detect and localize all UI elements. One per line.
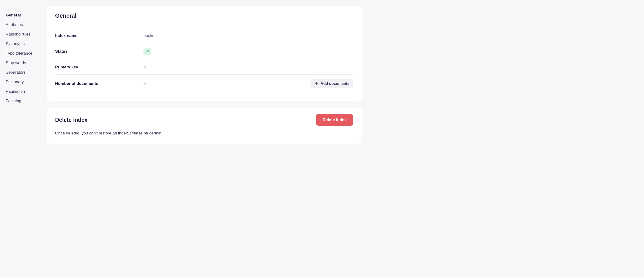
delete-index-card: Delete index Delete index Once deleted, … xyxy=(46,107,362,144)
general-title: General xyxy=(55,12,353,19)
add-documents-label: Add documents xyxy=(320,81,350,86)
row-num-documents: Number of documents 6 Add documents xyxy=(55,75,353,93)
sidebar-item-synonyms[interactable]: Synonyms xyxy=(6,39,46,49)
num-documents-value: 6 xyxy=(144,81,310,86)
row-status: Status xyxy=(55,43,353,60)
status-value xyxy=(144,48,353,55)
primary-key-value: id xyxy=(144,65,353,70)
status-ok-badge xyxy=(144,48,151,55)
sidebar-item-faceting[interactable]: Faceting xyxy=(6,96,46,106)
sidebar-item-typo-tolerance[interactable]: Typo tolerance xyxy=(6,49,46,58)
plus-icon xyxy=(314,81,319,86)
row-primary-key: Primary key id xyxy=(55,60,353,75)
sidebar-item-general[interactable]: General xyxy=(6,10,46,20)
general-card: General Index name books Status Primary … xyxy=(46,6,362,101)
sidebar-item-pagination[interactable]: Pagination xyxy=(6,87,46,96)
add-documents-button[interactable]: Add documents xyxy=(310,79,353,88)
sidebar-item-stop-words[interactable]: Stop words xyxy=(6,58,46,68)
sidebar-item-attributes[interactable]: Attributes xyxy=(6,20,46,29)
delete-index-title: Delete index xyxy=(55,117,88,123)
settings-sidebar: General Attributes Ranking rules Synonym… xyxy=(0,0,46,156)
index-name-value: books xyxy=(144,33,353,38)
sidebar-item-ranking-rules[interactable]: Ranking rules xyxy=(6,29,46,39)
delete-index-warning: Once deleted, you can't restore an index… xyxy=(55,131,353,136)
sidebar-item-dictionary[interactable]: Dictionary xyxy=(6,77,46,87)
primary-key-label: Primary key xyxy=(55,65,144,70)
check-icon xyxy=(145,50,149,53)
num-documents-label: Number of documents xyxy=(55,81,144,86)
delete-index-button[interactable]: Delete index xyxy=(316,114,353,126)
index-name-label: Index name xyxy=(55,33,144,38)
sidebar-item-separators[interactable]: Separators xyxy=(6,68,46,77)
status-label: Status xyxy=(55,49,144,54)
main-content: General Index name books Status Primary … xyxy=(46,0,368,156)
row-index-name: Index name books xyxy=(55,29,353,43)
